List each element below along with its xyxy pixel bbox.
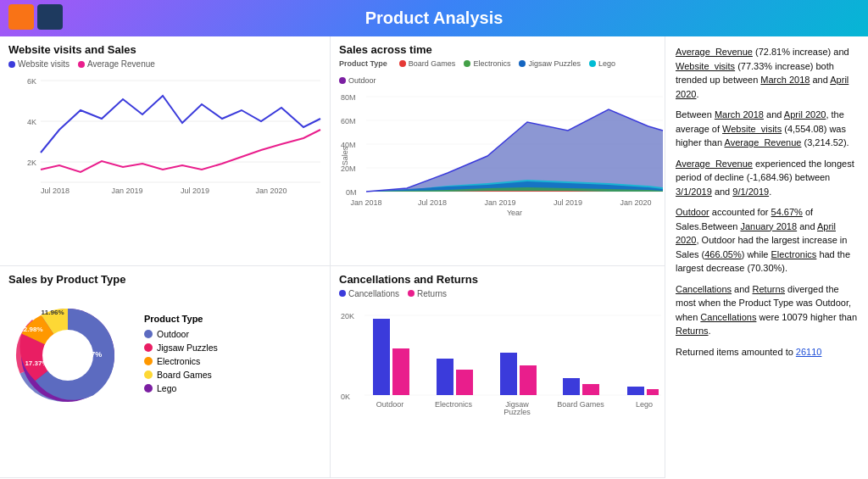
dot-electronics-time [464,60,470,67]
cancellations-title: Cancellations and Returns [339,273,656,286]
svg-text:6K: 6K [27,77,36,86]
insight-6: Returned items amounted to 26110 [676,345,858,359]
link-cancellations-2: Cancellations [700,312,756,322]
link-avg-revenue-1: Average_Revenue [676,47,753,57]
main-content: Website visits and Sales Website visits … [0,36,868,478]
website-sales-legend: Website visits Average Revenue [8,59,321,69]
link-website-visits-1: Website_visits [676,61,735,71]
donut-section: 54.67% 17.37% 12.98% 11.96% Product Type… [8,289,321,421]
page-header: Product Analysis [0,0,868,36]
link-increase-pct: 466.05% [704,249,741,259]
svg-text:Electronics: Electronics [435,400,473,409]
svg-text:Jan 2020: Jan 2020 [620,198,651,207]
website-sales-panel: Website visits and Sales Website visits … [0,36,330,266]
link-website-visits-2: Website_visits [722,124,782,134]
label-board-games: Board Games [157,370,212,380]
legend-jigsaw-time: Jigsaw Puzzles [519,59,581,68]
legend-electronics-time: Electronics [464,59,510,68]
dot-board-games [144,370,153,379]
legend-lego: Lego [144,383,218,393]
svg-text:Puzzles: Puzzles [504,408,531,416]
dot-cancellations [339,290,346,297]
cancellations-panel: Cancellations and Returns Cancellations … [331,266,665,478]
legend-outdoor-time: Outdoor [339,76,376,85]
icon-dark [37,4,63,30]
svg-text:Sales: Sales [341,146,349,165]
legend-label-visits: Website visits [18,59,70,69]
svg-text:2K: 2K [27,159,36,167]
link-date-start: 3/1/2019 [676,187,712,197]
label-cancellations: Cancellations [348,289,399,298]
donut-legend: Product Type Outdoor Jigsaw Puzzles Elec… [144,314,218,397]
insight-3: Average_Revenue experienced the longest … [676,157,858,199]
label-bg-time: Board Games [409,59,456,68]
sales-time-legend: Product Type Board Games Electronics Jig… [339,59,656,85]
svg-text:4K: 4K [27,118,36,126]
legend-returns: Returns [408,289,447,298]
legend-avg-revenue: Average Revenue [78,59,155,69]
svg-text:12.98%: 12.98% [19,326,42,333]
bar-jigsaw-return [520,365,537,395]
bar-bg-cancel [563,378,580,395]
svg-text:Jul 2018: Jul 2018 [41,187,70,195]
link-jan-2018: January 2018 [740,221,797,231]
insight-2: Between March 2018 and April 2020, the a… [676,108,858,150]
dot-electronics [144,357,153,365]
bar-outdoor-return [392,348,409,395]
link-date-end: 9/1/2019 [732,187,769,197]
donut-svg: 54.67% 17.37% 12.98% 11.96% [8,296,127,415]
label-outdoor: Outdoor [157,329,189,339]
legend-electronics: Electronics [144,356,218,366]
svg-text:11.96%: 11.96% [41,309,64,316]
svg-text:Jul 2019: Jul 2019 [554,198,582,207]
link-april-2020-2: April 2020 [784,109,826,120]
svg-text:Year: Year [507,209,522,215]
svg-text:Outdoor: Outdoor [376,400,404,409]
bar-bg-return [582,384,599,395]
link-cancellations: Cancellations [676,284,732,294]
returned-value: 26110 [796,347,822,357]
svg-text:Jan 2019: Jan 2019 [111,187,142,195]
link-march-2018: March 2018 [760,75,810,85]
donut-legend-title: Product Type [144,314,218,324]
dot-returns [408,290,415,297]
svg-text:80M: 80M [341,93,356,102]
svg-text:60M: 60M [341,117,356,125]
svg-marker-29 [366,109,663,192]
dot-board-games-time [399,60,406,67]
legend-jigsaw: Jigsaw Puzzles [144,343,218,353]
svg-text:54.67%: 54.67% [76,350,103,359]
label-returns: Returns [417,289,447,298]
link-electronics-1: Electronics [771,249,817,259]
bar-elec-return [456,370,473,395]
legend-dot-revenue [78,61,85,68]
left-panels: Website visits and Sales Website visits … [0,36,331,478]
bar-jigsaw-cancel [500,353,517,395]
dot-outdoor [144,330,153,338]
label-jigsaw: Jigsaw Puzzles [157,343,218,353]
link-returns: Returns [753,284,786,294]
insight-4: Outdoor accounted for 54.67% of Sales.Be… [676,205,858,276]
link-outdoor-1: Outdoor [676,207,709,217]
right-panel: Average_Revenue (72.81% increase) and We… [665,36,868,478]
link-pct: 54.67% [771,207,803,217]
legend-cancellations: Cancellations [339,289,399,298]
sales-time-title: Sales across time [339,43,656,56]
legend-outdoor: Outdoor [144,329,218,339]
donut-chart: 54.67% 17.37% 12.98% 11.96% [8,296,127,415]
svg-text:Jan 2019: Jan 2019 [484,198,515,207]
link-avg-revenue-2: Average_Revenue [725,137,802,148]
website-sales-title: Website visits and Sales [8,43,321,56]
sales-product-panel: Sales by Product Type [0,266,330,478]
bar-lego-return [647,389,659,395]
website-sales-chart: 6K 4K 2K Jul 2018 Jan 2019 Jul 2019 Jan … [8,72,322,195]
legend-board-games-time: Board Games [399,59,456,68]
dot-jigsaw-time [519,60,526,67]
svg-text:17.37%: 17.37% [25,359,47,367]
label-electronics: Electronics [157,356,200,366]
svg-text:Jan 2020: Jan 2020 [255,187,287,195]
link-march-2018-2: March 2018 [715,109,764,120]
svg-text:Jul 2019: Jul 2019 [181,187,209,195]
svg-text:Board Games: Board Games [557,400,604,409]
legend-dot-visits [8,61,15,68]
